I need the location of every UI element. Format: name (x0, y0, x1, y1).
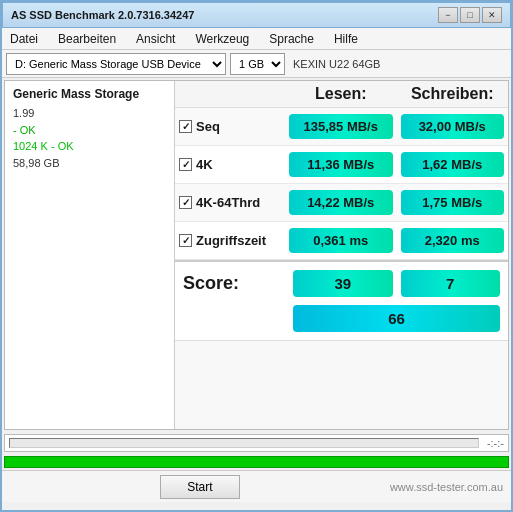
sidebar-info: 1.99 - OK 1024 K - OK 58,98 GB (13, 105, 166, 171)
close-button[interactable]: ✕ (482, 7, 502, 23)
progress-bar (9, 438, 479, 448)
menu-bar: Datei Bearbeiten Ansicht Werkzeug Sprach… (2, 28, 511, 50)
toolbar: D: Generic Mass Storage USB Device 1 GB … (2, 50, 511, 78)
bench-row-access: ✓ Zugriffszeit 0,361 ms 2,320 ms (175, 222, 508, 260)
bench-header: Lesen: Schreiben: (175, 81, 508, 108)
sidebar-title: Generic Mass Storage (13, 87, 166, 101)
bench-write-seq: 32,00 MB/s (401, 114, 505, 139)
bottom-bar: Start www.ssd-tester.com.au (2, 470, 511, 502)
checkbox-access[interactable]: ✓ (179, 234, 192, 247)
menu-bearbeiten[interactable]: Bearbeiten (54, 32, 120, 46)
bench-label-col (175, 85, 285, 103)
bench-write-4k: 1,62 MB/s (401, 152, 505, 177)
checkbox-seq[interactable]: ✓ (179, 120, 192, 133)
title-bar: AS SSD Benchmark 2.0.7316.34247 − □ ✕ (2, 2, 511, 28)
start-button[interactable]: Start (160, 475, 240, 499)
bench-label-access: ✓ Zugriffszeit (175, 233, 285, 248)
sidebar-line1: 1.99 (13, 105, 166, 122)
sidebar: Generic Mass Storage 1.99 - OK 1024 K - … (5, 81, 175, 429)
menu-sprache[interactable]: Sprache (265, 32, 318, 46)
bench-write-header: Schreiben: (397, 85, 509, 103)
menu-ansicht[interactable]: Ansicht (132, 32, 179, 46)
bench-row-seq: ✓ Seq 135,85 MB/s 32,00 MB/s (175, 108, 508, 146)
benchmark-table: Lesen: Schreiben: ✓ Seq 135,85 MB/s 32,0… (175, 81, 508, 429)
bench-read-access: 0,361 ms (289, 228, 393, 253)
checkbox-4k64[interactable]: ✓ (179, 196, 192, 209)
watermark: www.ssd-tester.com.au (390, 481, 503, 493)
bench-label-4k: ✓ 4K (175, 157, 285, 172)
score-row: Score: 39 7 (179, 268, 504, 299)
score-section: Score: 39 7 66 (175, 260, 508, 341)
green-bar (4, 456, 509, 468)
bench-row-4k: ✓ 4K 11,36 MB/s 1,62 MB/s (175, 146, 508, 184)
window-title: AS SSD Benchmark 2.0.7316.34247 (11, 9, 194, 21)
menu-hilfe[interactable]: Hilfe (330, 32, 362, 46)
score-write: 7 (401, 270, 501, 297)
bench-read-seq: 135,85 MB/s (289, 114, 393, 139)
device-label: KEXIN U22 64GB (289, 58, 380, 70)
title-bar-buttons: − □ ✕ (438, 7, 502, 23)
sidebar-line2: - OK (13, 122, 166, 139)
size-select[interactable]: 1 GB (230, 53, 285, 75)
menu-werkzeug[interactable]: Werkzeug (191, 32, 253, 46)
progress-time: -:-:- (487, 437, 504, 449)
bench-write-access: 2,320 ms (401, 228, 505, 253)
main-content: Generic Mass Storage 1.99 - OK 1024 K - … (4, 80, 509, 430)
minimize-button[interactable]: − (438, 7, 458, 23)
bench-read-4k64: 14,22 MB/s (289, 190, 393, 215)
menu-datei[interactable]: Datei (6, 32, 42, 46)
bench-write-4k64: 1,75 MB/s (401, 190, 505, 215)
score-label: Score: (179, 273, 289, 294)
sidebar-line3: 1024 K - OK (13, 138, 166, 155)
bench-label-seq: ✓ Seq (175, 119, 285, 134)
sidebar-line4: 58,98 GB (13, 155, 166, 172)
drive-select[interactable]: D: Generic Mass Storage USB Device (6, 53, 226, 75)
bench-label-4k64: ✓ 4K-64Thrd (175, 195, 285, 210)
maximize-button[interactable]: □ (460, 7, 480, 23)
bench-read-4k: 11,36 MB/s (289, 152, 393, 177)
checkbox-4k[interactable]: ✓ (179, 158, 192, 171)
main-window: AS SSD Benchmark 2.0.7316.34247 − □ ✕ Da… (0, 0, 513, 512)
score-read: 39 (293, 270, 393, 297)
score-total-row: 66 (179, 303, 504, 334)
bench-row-4k64: ✓ 4K-64Thrd 14,22 MB/s 1,75 MB/s (175, 184, 508, 222)
score-total: 66 (293, 305, 500, 332)
progress-area: -:-:- (4, 434, 509, 452)
bench-read-header: Lesen: (285, 85, 397, 103)
